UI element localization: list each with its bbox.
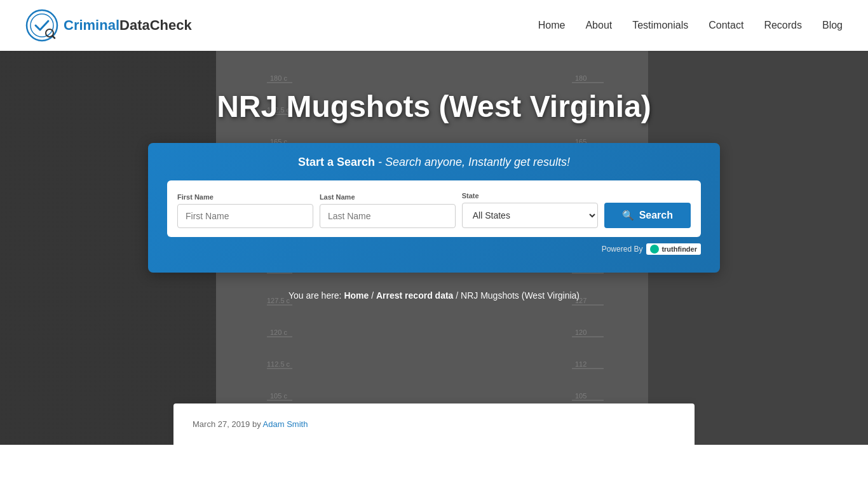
post-by: by — [252, 419, 261, 429]
first-name-field-group: First Name — [177, 193, 313, 228]
post-meta: March 27, 2019 by Adam Smith — [193, 419, 675, 429]
site-header: CriminalDataCheck Home About Testimonial… — [0, 0, 868, 51]
nav-records[interactable]: Records — [764, 20, 802, 31]
truthfinder-label: truthfinder — [661, 245, 697, 253]
breadcrumb-current: NRJ Mugshots (West Virginia) — [461, 290, 580, 301]
state-select[interactable]: All States Alabama Alaska West Virginia — [462, 203, 598, 228]
first-name-label: First Name — [177, 193, 313, 201]
first-name-input[interactable] — [177, 204, 313, 228]
breadcrumb: You are here: Home / Arrest record data … — [288, 290, 580, 301]
search-icon: 🔍 — [622, 210, 634, 221]
svg-point-1 — [31, 14, 53, 37]
nav-about[interactable]: About — [585, 20, 612, 31]
logo-text: CriminalDataCheck — [64, 17, 192, 34]
search-header-italic: - Search anyone, Instantly get results! — [378, 156, 570, 168]
last-name-label: Last Name — [320, 193, 456, 201]
state-label: State — [462, 192, 598, 200]
state-field-group: State All States Alabama Alaska West Vir… — [462, 192, 598, 228]
breadcrumb-arrest-record[interactable]: Arrest record data — [376, 290, 453, 301]
nav-blog[interactable]: Blog — [822, 20, 843, 31]
logo-icon — [25, 9, 58, 42]
truthfinder-icon — [650, 245, 659, 254]
nav-testimonials[interactable]: Testimonials — [632, 20, 688, 31]
breadcrumb-prefix: You are here: — [288, 290, 344, 301]
search-button[interactable]: 🔍 Search — [604, 203, 691, 228]
search-button-label: Search — [639, 210, 673, 221]
hero-title: NRJ Mugshots (West Virginia) — [217, 89, 651, 124]
last-name-input[interactable] — [320, 204, 456, 228]
search-fields-container: First Name Last Name State All States Al… — [167, 180, 701, 237]
post-date: March 27, 2019 — [193, 419, 250, 429]
svg-line-3 — [53, 36, 55, 39]
logo[interactable]: CriminalDataCheck — [25, 9, 192, 42]
truthfinder-badge: truthfinder — [646, 243, 701, 255]
search-box-header: Start a Search - Search anyone, Instantl… — [167, 156, 701, 169]
powered-by: Powered By truthfinder — [167, 243, 701, 255]
powered-by-text: Powered By — [602, 245, 643, 254]
breadcrumb-sep1: / — [369, 290, 376, 301]
search-header-bold: Start a Search — [298, 156, 375, 168]
hero-section: 180 c 172.5 c 165 c 157.5 c 150 c 142.5 … — [0, 51, 868, 445]
nav-contact[interactable]: Contact — [709, 20, 743, 31]
post-author[interactable]: Adam Smith — [263, 419, 308, 429]
main-nav: Home About Testimonials Contact Records … — [538, 20, 843, 31]
breadcrumb-home[interactable]: Home — [344, 290, 369, 301]
nav-home[interactable]: Home — [538, 20, 566, 31]
bottom-content-card: March 27, 2019 by Adam Smith — [173, 403, 695, 445]
search-box: Start a Search - Search anyone, Instantl… — [148, 143, 720, 273]
breadcrumb-sep2: / — [453, 290, 461, 301]
last-name-field-group: Last Name — [320, 193, 456, 228]
